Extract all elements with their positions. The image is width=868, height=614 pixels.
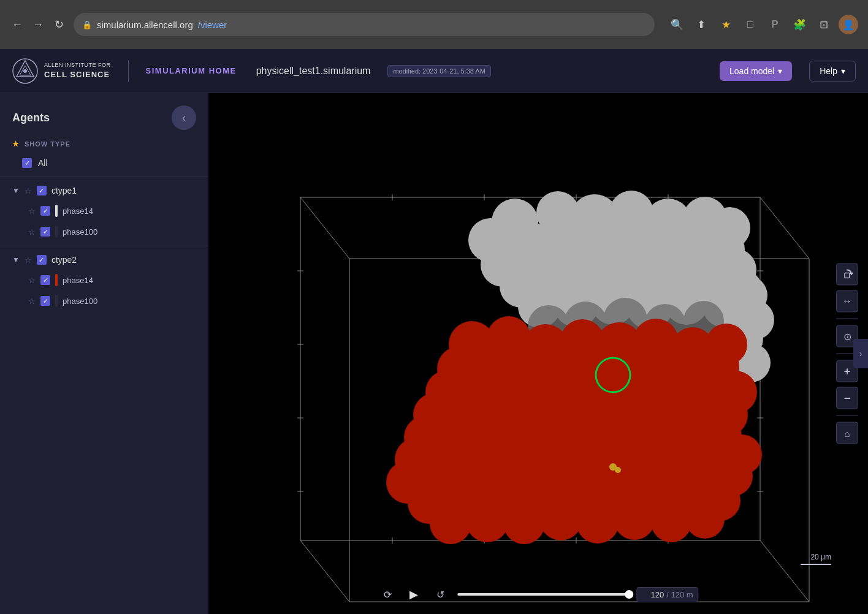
app-container: ALLEN INSTITUTE for CELL SCIENCE SIMULAR… (0, 49, 868, 614)
zoom-out-button[interactable]: − (836, 387, 858, 409)
share-btn[interactable]: ⬆ (691, 15, 711, 34)
viewer-area[interactable]: ⟳ ▶ ↺ / 120 m 20 μm (208, 93, 868, 614)
tab-btn[interactable]: □ (740, 15, 760, 34)
divider-1 (0, 176, 208, 177)
extension-p-btn[interactable]: P (765, 15, 785, 34)
tool-divider-3 (836, 415, 858, 416)
play-button[interactable]: ▶ (405, 585, 423, 604)
timeline-slider[interactable] (457, 593, 629, 596)
all-checkbox[interactable]: ✓ (22, 158, 32, 168)
svg-point-3 (23, 69, 27, 73)
extensions-btn[interactable]: 🧩 (790, 15, 809, 34)
svg-point-150 (503, 502, 545, 544)
address-bar[interactable]: 🔒 simularium.allencell.org/viewer (74, 13, 655, 36)
ctype1-phase14-color (55, 205, 58, 217)
ctype2-phase100-checkbox[interactable]: ✓ (40, 296, 50, 306)
collapse-sidebar-button[interactable]: ‹ (172, 105, 196, 130)
svg-point-151 (539, 498, 582, 540)
svg-point-154 (651, 502, 691, 542)
playback-controls: ⟳ ▶ ↺ / 120 m (378, 585, 698, 604)
svg-point-158 (615, 467, 621, 473)
ctype2-expand-arrow: ▼ (12, 256, 20, 264)
scale-bar (801, 564, 831, 565)
sidebar: Agents ‹ ★ SHOW TYPE ✓ All ▼ ☆ ✓ (0, 93, 208, 614)
allen-institute-logo (12, 58, 38, 84)
ctype2-phase14-label: phase14 (63, 276, 93, 285)
ctype1-phase14-label: phase14 (63, 207, 93, 216)
home-view-button[interactable]: ⌂ (836, 422, 858, 444)
ctype2-phase100-star[interactable]: ☆ (28, 297, 36, 306)
help-button[interactable]: Help ▾ (809, 61, 856, 81)
ctype2-phase14-star[interactable]: ☆ (28, 276, 36, 285)
category-ctype1[interactable]: ▼ ☆ ✓ ctype1 (0, 181, 208, 200)
ctype2-phase100-row: ☆ ✓ phase100 (0, 290, 208, 311)
right-panel-toggle[interactable]: › (853, 339, 868, 368)
split-btn[interactable]: ⊡ (814, 15, 834, 34)
svg-marker-1 (17, 61, 34, 77)
3d-scene (208, 93, 868, 614)
reset-button[interactable]: ⟳ (378, 585, 397, 604)
ctype2-checkbox[interactable]: ✓ (37, 255, 47, 265)
ctype1-phase100-star[interactable]: ☆ (28, 227, 36, 237)
show-type-header: ★ SHOW TYPE (0, 137, 208, 153)
tool-divider-1 (836, 319, 858, 319)
svg-point-153 (614, 498, 655, 540)
focus-icon: ⊙ (843, 330, 851, 342)
all-label: All (38, 158, 48, 168)
nav-divider (128, 60, 129, 82)
ctype1-phase14-star[interactable]: ☆ (28, 207, 36, 216)
forward-button[interactable]: → (31, 17, 45, 32)
refresh-button[interactable]: ↻ (51, 17, 66, 32)
url-domain: simularium.allencell.org (97, 20, 193, 30)
pan-icon: ↔ (842, 296, 852, 307)
timeline-fill (457, 593, 629, 596)
right-panel-chevron: › (859, 349, 862, 358)
top-nav: ALLEN INSTITUTE for CELL SCIENCE SIMULAR… (0, 49, 868, 93)
pan-tool-button[interactable]: ↔ (836, 290, 858, 313)
zoom-in-icon: + (844, 365, 851, 377)
all-agents-row: ✓ All (0, 153, 208, 173)
ctype2-phase100-color (55, 295, 58, 307)
ctype2-phase100-label: phase100 (63, 297, 97, 306)
user-avatar[interactable]: 👤 (839, 15, 858, 34)
loop-button[interactable]: ↺ (430, 585, 450, 604)
svg-point-152 (576, 501, 619, 544)
rotate-icon (842, 269, 853, 280)
ctype1-phase100-row: ☆ ✓ phase100 (0, 221, 208, 242)
ctype1-expand-arrow: ▼ (12, 186, 20, 195)
bookmark-btn[interactable]: ★ (716, 15, 736, 34)
ctype2-phase14-checkbox[interactable]: ✓ (40, 275, 50, 285)
ctype1-checkbox[interactable]: ✓ (37, 186, 47, 195)
ctype1-phase14-row: ☆ ✓ phase14 (0, 200, 208, 221)
ctype1-label: ctype1 (51, 186, 77, 195)
ctype2-phase14-row: ☆ ✓ phase14 (0, 270, 208, 290)
svg-point-155 (685, 499, 725, 539)
back-button[interactable]: ← (10, 17, 25, 32)
rotate-tool-button[interactable] (836, 263, 858, 286)
load-model-chevron: ▾ (778, 66, 782, 76)
ctype2-star[interactable]: ☆ (25, 256, 32, 265)
svg-rect-159 (845, 273, 850, 278)
logo-section: ALLEN INSTITUTE for CELL SCIENCE (12, 58, 111, 84)
divider-2 (0, 246, 208, 246)
scale-indicator: 20 μm (801, 553, 831, 565)
category-ctype2[interactable]: ▼ ☆ ✓ ctype2 (0, 250, 208, 270)
ctype1-phase100-checkbox[interactable]: ✓ (40, 227, 50, 237)
lock-icon: 🔒 (82, 20, 92, 29)
simularium-home-link[interactable]: SIMULARIUM HOME (146, 66, 237, 75)
search-browser-btn[interactable]: 🔍 (667, 15, 687, 34)
ctype2-phase14-color (55, 274, 58, 286)
ctype1-star[interactable]: ☆ (25, 186, 32, 195)
browser-chrome: ← → ↻ 🔒 simularium.allencell.org/viewer … (0, 0, 868, 49)
scale-label: 20 μm (810, 553, 831, 561)
logo-text: ALLEN INSTITUTE for CELL SCIENCE (44, 61, 111, 80)
star-icon: ★ (12, 140, 20, 148)
load-model-button[interactable]: Load model ▾ (720, 61, 792, 81)
file-name: physicell_test1.simularium (256, 66, 371, 77)
agent-list: ✓ All ▼ ☆ ✓ ctype1 ☆ ✓ phase14 (0, 153, 208, 614)
main-content: Agents ‹ ★ SHOW TYPE ✓ All ▼ ☆ ✓ (0, 93, 868, 614)
help-chevron: ▾ (841, 66, 845, 76)
ctype1-phase100-color (55, 226, 58, 238)
frame-input[interactable] (642, 590, 664, 599)
ctype1-phase14-checkbox[interactable]: ✓ (40, 206, 50, 216)
